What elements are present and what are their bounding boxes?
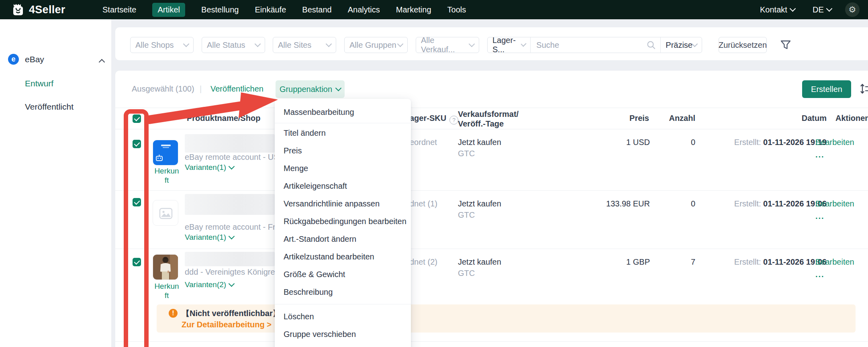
row2-variants-toggle[interactable]: Varianten(1): [185, 233, 234, 242]
filter-sales-value: Alle Verkauf...: [421, 36, 470, 54]
row2-qty: 0: [655, 199, 695, 208]
gear-icon: ⚙: [849, 5, 856, 14]
row1-more-button[interactable]: ...: [815, 150, 825, 159]
sidebar-group-label: eBay: [25, 55, 44, 64]
col-header-anzahl: Anzahl: [649, 114, 695, 123]
row2-more-button[interactable]: ...: [815, 212, 825, 221]
row3-variants-toggle[interactable]: Varianten(2): [185, 280, 234, 289]
chevron-down-icon: [229, 233, 235, 240]
sidebar-group-ebay[interactable]: e eBay: [8, 54, 44, 65]
row1-sku-fragment: eordnet: [410, 138, 437, 147]
menu-divider: [275, 304, 411, 304]
sidebar-item-entwurf[interactable]: Entwurf: [25, 79, 53, 88]
chevron-up-icon[interactable]: [99, 59, 105, 65]
funnel-filter-icon[interactable]: [780, 40, 791, 50]
settings-button[interactable]: ⚙: [845, 2, 860, 17]
filter-sites-select[interactable]: Alle Sites: [273, 37, 336, 53]
search-field-wrap: [531, 37, 660, 53]
row3-checkbox[interactable]: [133, 258, 141, 266]
kontakt-menu[interactable]: Kontakt: [760, 0, 795, 19]
row1-shop-name: eBay remote account - USA: [185, 153, 284, 162]
row3-shop-name: ddd - Vereinigtes Königreich: [185, 267, 285, 277]
menu-item-art-standort[interactable]: Art.-Standort ändern: [275, 230, 411, 248]
reset-filters-button[interactable]: Zurücksetzen: [719, 37, 767, 53]
filter-precise-select[interactable]: Präzise: [660, 37, 702, 53]
chevron-down-icon: [229, 163, 235, 170]
row3-format: Jetzt kaufen: [458, 257, 501, 267]
row3-format-duration: GTC: [458, 269, 475, 278]
kontakt-label: Kontakt: [760, 5, 787, 14]
col-header-bild: Bild: [153, 114, 169, 123]
filter-status-value: Alle Status: [207, 41, 245, 50]
menu-item-groesse-gewicht[interactable]: Größe & Gewicht: [275, 265, 411, 283]
menu-item-artikeleigenschaft[interactable]: Artikeleigenschaft: [275, 177, 411, 195]
row3-detail-edit-link[interactable]: Zur Detailbearbeitung >: [182, 320, 272, 329]
col-header-preis: Preis: [597, 114, 649, 123]
nav-einkaeufe[interactable]: Einkäufe: [255, 5, 286, 14]
sidebar-item-veroeffentlicht[interactable]: Veröffentlicht: [25, 102, 74, 112]
search-input[interactable]: [535, 40, 643, 50]
row1-edit-link[interactable]: Bearbeiten: [815, 138, 854, 147]
language-label: DE: [813, 5, 824, 14]
col-header-aktionen: Aktionen: [835, 114, 868, 123]
filter-groups-select[interactable]: Alle Gruppen: [344, 37, 408, 53]
ebay-icon: e: [8, 54, 19, 65]
language-menu[interactable]: DE: [813, 0, 831, 19]
shopping-bag-logo-icon: [11, 3, 25, 16]
row3-edit-link[interactable]: Bearbeiten: [815, 257, 854, 267]
nav-startseite[interactable]: Startseite: [102, 5, 136, 14]
row3-date: Erstellt: 01-11-2026 19:06: [722, 257, 827, 267]
col-header-produktname: Produktname/Shop: [187, 114, 260, 123]
filter-bar: Alle Shops Alle Status Alle Sites Alle G…: [115, 27, 868, 60]
menu-item-versandrichtlinie[interactable]: Versandrichtlinie anpassen: [275, 195, 411, 212]
column-settings-icon[interactable]: [860, 83, 868, 95]
top-navigation: 4Seller Startseite Artikel Bestellung Ei…: [0, 0, 868, 19]
menu-item-artikelzustand[interactable]: Artikelzustand bearbeiten: [275, 248, 411, 265]
filter-groups-value: Alle Gruppen: [349, 41, 396, 50]
publish-button[interactable]: Veröffentlichen: [210, 84, 263, 94]
col-header-verkaufsformat: Verkaufsformat/Veröff.-Tage: [458, 109, 519, 129]
menu-item-preis[interactable]: Preis: [275, 142, 411, 159]
row1-checkbox[interactable]: [133, 140, 141, 148]
nav-tools[interactable]: Tools: [447, 5, 466, 14]
filter-shops-select[interactable]: Alle Shops: [130, 37, 194, 53]
nav-marketing[interactable]: Marketing: [396, 5, 431, 14]
row1-product-image[interactable]: [153, 140, 178, 165]
row3-origin-label: Herkunft: [153, 282, 180, 300]
col-header-lager-sku: ager-SKU?: [410, 114, 458, 125]
help-icon[interactable]: ?: [449, 116, 458, 125]
row1-variants-toggle[interactable]: Varianten(1): [185, 163, 234, 172]
row2-edit-link[interactable]: Bearbeiten: [815, 199, 854, 208]
nav-artikel[interactable]: Artikel: [152, 3, 185, 17]
select-all-checkbox[interactable]: [133, 114, 141, 123]
blue-product-thumbnail: [153, 140, 178, 165]
row3-title-skeleton: [185, 252, 275, 266]
row2-product-image[interactable]: [153, 200, 178, 226]
group-action-button[interactable]: Gruppenaktion: [276, 80, 345, 98]
selected-count: Ausgewählt (100): [132, 84, 194, 94]
create-button[interactable]: Erstellen: [802, 80, 851, 98]
row2-checkbox[interactable]: [133, 198, 141, 206]
menu-item-beschreibung[interactable]: Beschreibung: [275, 283, 411, 301]
nav-analytics[interactable]: Analytics: [348, 5, 380, 14]
filter-sku-select[interactable]: Lager-S...: [488, 37, 531, 53]
menu-item-rueckgabebedingungen[interactable]: Rückgabebedingungen bearbeiten: [275, 212, 411, 230]
group-action-dropdown: Massenbearbeitung Titel ändern Preis Men…: [275, 99, 411, 347]
row3-more-button[interactable]: ...: [815, 270, 825, 279]
filter-status-select[interactable]: Alle Status: [202, 37, 265, 53]
menu-item-loeschen[interactable]: Löschen: [275, 308, 411, 325]
menu-item-menge[interactable]: Menge: [275, 159, 411, 177]
filter-sales-select[interactable]: Alle Verkauf...: [416, 37, 479, 53]
nav-bestand[interactable]: Bestand: [302, 5, 331, 14]
row3-warning-banner: ! 【Nicht veröffentlichbar】 Pflichtf Zur …: [157, 304, 856, 333]
search-icon: [647, 41, 656, 49]
menu-item-titel-aendern[interactable]: Titel ändern: [275, 124, 411, 142]
chevron-down-icon: [335, 85, 342, 92]
row1-origin-label: Herkunft: [153, 166, 180, 185]
row2-format: Jetzt kaufen: [458, 199, 501, 208]
nav-bestellung[interactable]: Bestellung: [201, 5, 239, 14]
row3-product-image[interactable]: [153, 254, 178, 280]
menu-item-gruppe-verschieben[interactable]: Gruppe verschieben: [275, 325, 411, 343]
brand-logo[interactable]: 4Seller: [11, 0, 65, 19]
filter-shops-value: Alle Shops: [135, 41, 174, 50]
